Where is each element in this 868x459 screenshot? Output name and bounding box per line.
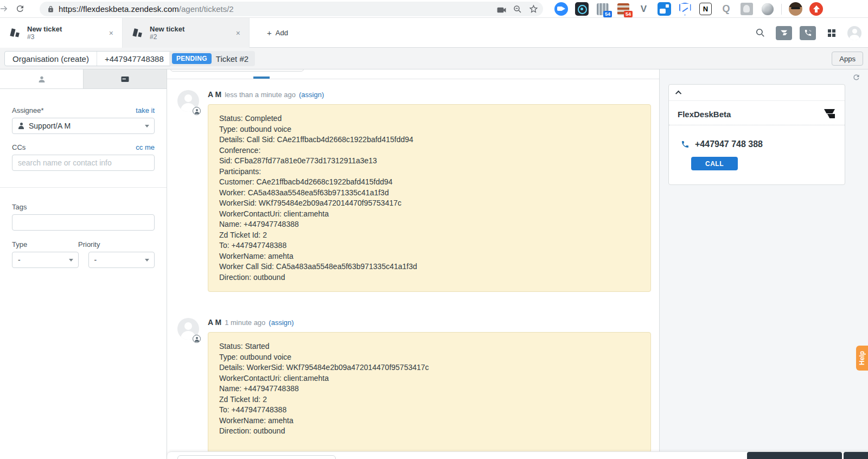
sidebar-divider [0, 187, 167, 188]
help-label: Help [858, 351, 866, 365]
organisation-crumb[interactable]: Organisation (create) [5, 52, 97, 66]
ticket-tab-3[interactable]: New ticket #3 × [0, 18, 123, 48]
ticket-fields-icon [120, 75, 130, 83]
refresh-apps-icon[interactable] [852, 73, 860, 81]
browser-forward-button[interactable] [0, 3, 10, 15]
reply-editor-bar [167, 451, 868, 459]
flexdesk-app-card: FlexDeskBeta +447947 748 388 CALL [668, 84, 845, 185]
blue-window-extension-icon[interactable] [658, 2, 671, 16]
notion-extension-icon[interactable]: N [699, 2, 712, 16]
call-log-line: To: +447947748388 [219, 240, 640, 251]
conversation-pane: A M less than a minute ago (assign) Stat… [167, 69, 660, 459]
chevron-up-icon [675, 90, 681, 96]
url-text[interactable]: https://flexdeskbeta.zendesk.com/agent/t… [59, 4, 234, 14]
tags-input[interactable] [12, 214, 155, 231]
tab-title: New ticket [150, 25, 234, 33]
contact-phone-number: +447947 748 388 [695, 139, 763, 149]
call-log-line: Direction: outbound [219, 426, 640, 437]
collapse-card-button[interactable] [669, 85, 845, 101]
ccs-input[interactable] [12, 155, 155, 171]
add-tab-button[interactable]: + Add [259, 18, 296, 48]
call-button[interactable]: CALL [691, 157, 738, 170]
zoom-extension-icon[interactable] [554, 2, 568, 16]
phone-icon [681, 140, 690, 149]
avatar [177, 318, 199, 340]
extension-badge-blue-icon[interactable]: 54 [596, 2, 609, 16]
assign-link[interactable]: (assign) [299, 91, 324, 99]
apps-button[interactable]: Apps [832, 52, 863, 66]
agent-avatar[interactable] [847, 26, 861, 40]
assignee-value: Support/A M [29, 122, 71, 130]
browser-reload-button[interactable] [14, 3, 26, 15]
take-it-link[interactable]: take it [136, 106, 155, 114]
priority-label: Priority [78, 240, 155, 248]
gray-box-extension-icon[interactable] [740, 2, 754, 16]
shield-extension-icon[interactable] [678, 2, 692, 16]
call-log-line: Type: outbound voice [219, 352, 640, 363]
assign-link[interactable]: (assign) [269, 318, 293, 327]
conversation-tabbar[interactable] [167, 69, 659, 79]
message: A M less than a minute ago (assign) Stat… [177, 90, 659, 292]
message-author: A M [208, 318, 221, 327]
zoom-out-icon[interactable] [513, 4, 522, 14]
media-camera-icon[interactable] [496, 5, 507, 14]
call-log-line: Sid: CFba287fd77a81e0e773d17312911a3e13 [219, 156, 640, 167]
requester-tab[interactable] [0, 69, 84, 88]
apps-grid-icon[interactable] [824, 25, 840, 41]
status-badge: PENDING [172, 53, 212, 64]
add-label: Add [276, 29, 288, 37]
tab-title: New ticket [27, 25, 107, 33]
call-log-line: Direction: outbound [219, 272, 640, 283]
lock-icon[interactable] [47, 5, 54, 13]
breadcrumb: Organisation (create) +447947748388 [4, 51, 172, 66]
submit-button[interactable] [747, 452, 842, 459]
extension-badge-red-icon[interactable]: 54 [616, 2, 630, 16]
type-select[interactable]: - [12, 252, 79, 268]
chevron-down-icon [145, 259, 149, 262]
assignee-select[interactable]: Support/A M [12, 118, 155, 134]
call-log-line: Details: Call Sid: CAe21ffbacb4d2668c192… [219, 135, 640, 145]
tags-label: Tags [12, 203, 27, 211]
priority-value: - [94, 256, 97, 264]
requester-phone-crumb[interactable]: +447947748388 [97, 52, 171, 66]
assignee-label: Assignee* [12, 106, 44, 114]
active-tab-indicator [253, 76, 270, 79]
call-log-line: Worker: CA5a483aa5548ea5f63b971335c41a1f… [219, 188, 640, 199]
chevron-down-icon [145, 125, 149, 127]
red-up-arrow-extension-icon[interactable] [809, 2, 823, 16]
call-log-line: Name: +447947748388 [219, 384, 640, 394]
call-log-line: Customer: CAe21ffbacb4d2668c1922bafd415f… [219, 177, 640, 188]
cc-me-link[interactable]: cc me [136, 143, 155, 151]
extension-toolbar: 54 54 V N Q [554, 2, 823, 16]
bookmark-star-icon[interactable] [528, 4, 539, 14]
call-log-line: Status: Completed [219, 113, 640, 124]
search-icon[interactable] [752, 25, 768, 41]
close-tab-icon[interactable]: × [234, 28, 242, 39]
call-log-line: WorkerName: amehta [219, 416, 640, 426]
gray-sphere-extension-icon[interactable] [761, 2, 774, 16]
zendesk-topbar: New ticket #3 × New ticket #2 × + Add [0, 18, 868, 48]
call-log-line: Worker Call Sid: CA5a483aa5548ea5f63b971… [219, 262, 640, 272]
ticket-fields-tab[interactable] [84, 69, 167, 88]
ticket-tab-2[interactable]: New ticket #2 × [123, 18, 250, 48]
call-log-line: WorkerSid: WKf795484e2b09a472014470f9575… [219, 198, 640, 209]
ticket-status-crumb[interactable]: PENDING Ticket #2 [169, 51, 255, 66]
macro-input-stub[interactable] [177, 455, 336, 459]
help-tab[interactable]: Help [856, 346, 868, 371]
call-log-line: WorkerContactUri: client:amehta [219, 209, 640, 220]
react-devtools-icon[interactable] [575, 2, 589, 16]
q-extension-icon[interactable]: Q [719, 2, 733, 16]
conversation[interactable]: A M less than a minute ago (assign) Stat… [167, 79, 659, 451]
flexdesk-logo-icon [823, 109, 836, 119]
vue-devtools-icon[interactable]: V [637, 2, 650, 16]
call-log-line: To: +447947748388 [219, 405, 640, 416]
browser-profile-avatar[interactable] [789, 2, 802, 16]
submit-dropdown-button[interactable] [844, 452, 868, 459]
flexdesk-toolbar-button[interactable] [776, 26, 792, 40]
priority-select[interactable]: - [88, 252, 155, 268]
close-tab-icon[interactable]: × [107, 28, 116, 39]
call-log-line: Participants: [219, 167, 640, 177]
url-bar[interactable]: https://flexdeskbeta.zendesk.com/agent/t… [40, 2, 543, 16]
ccs-label: CCs [12, 143, 25, 151]
phone-toolbar-button[interactable] [800, 26, 816, 40]
